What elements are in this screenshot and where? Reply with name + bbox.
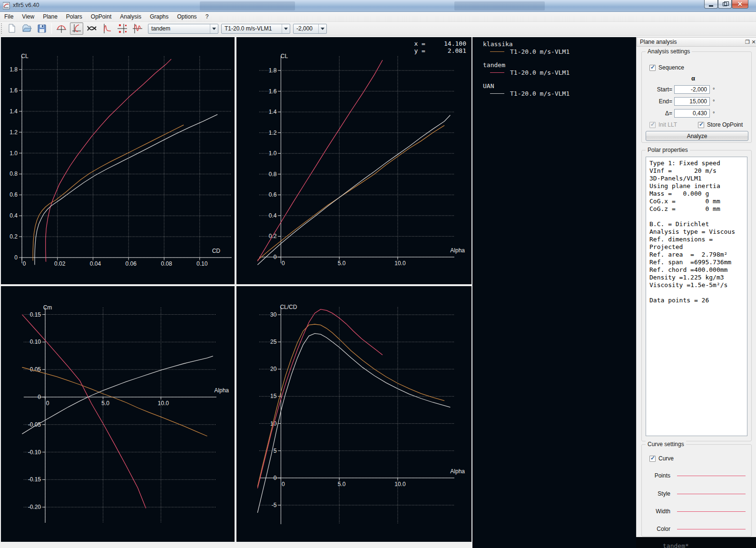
restore-icon [723, 2, 727, 6]
menu-item-options[interactable]: Options [173, 12, 201, 21]
svg-text:0.02: 0.02 [54, 260, 66, 267]
svg-text:-0.10: -0.10 [28, 449, 41, 456]
minimize-button[interactable] [704, 0, 718, 9]
polar-legend: klassikaT1-20.0 m/s-VLM1tandemT1-20.0 m/… [472, 37, 636, 548]
checkbox-checked-icon [698, 122, 704, 128]
line-width-picker[interactable] [677, 511, 746, 512]
svg-text:0: 0 [46, 400, 49, 407]
init-llt-checkbox: Init LLT [649, 121, 677, 128]
svg-text:1.4: 1.4 [10, 108, 18, 115]
graph-workspace: 00.20.40.60.81.01.21.41.61.800.020.040.0… [0, 36, 756, 548]
maximize-button[interactable] [718, 0, 732, 9]
chart-canvas: 00.20.40.60.81.01.21.41.61.800.020.040.0… [1, 37, 235, 284]
svg-text:0.08: 0.08 [161, 260, 172, 267]
svg-text:-0.15: -0.15 [28, 476, 41, 483]
chart-cl-vs-cd[interactable]: 00.20.40.60.81.01.21.41.61.800.020.040.0… [1, 37, 235, 284]
end-row: End= 15,000 ° [644, 97, 715, 106]
menu-item-graphs[interactable]: Graphs [146, 12, 173, 21]
direct-analysis-view-button[interactable] [100, 22, 114, 35]
new-file-button[interactable] [5, 22, 18, 35]
svg-text:CL: CL [21, 53, 29, 60]
close-button[interactable]: ✕ [732, 0, 748, 9]
oppoint-select-value: -2,000 [294, 25, 318, 32]
polar-properties-group: Polar properties Type 1: Fixed speed VIn… [641, 150, 752, 441]
open-file-button[interactable] [20, 22, 33, 35]
save-file-button[interactable] [35, 22, 49, 35]
polar-view-button[interactable] [70, 22, 83, 35]
oppoint-select-combo[interactable]: -2,000 [293, 24, 327, 34]
svg-text:0.8: 0.8 [10, 170, 18, 177]
inverse-design-view-button[interactable] [85, 22, 98, 35]
plane-select-combo[interactable]: tandem [148, 24, 218, 34]
menu-item-help[interactable]: ? [201, 12, 213, 21]
line-color-picker[interactable] [677, 529, 746, 529]
wing-design-view-icon [56, 23, 67, 34]
wing-design-view-button[interactable] [55, 22, 68, 35]
curve-checkbox[interactable]: Curve [649, 455, 674, 462]
checkbox-checked-icon [649, 65, 656, 71]
panel-header[interactable]: Plane analysis ❐ ✕ [637, 37, 756, 47]
svg-text:1.8: 1.8 [269, 67, 277, 74]
svg-text:0.15: 0.15 [30, 311, 41, 318]
menu-item-analysis[interactable]: Analysis [116, 12, 146, 21]
line-style-row: Style [646, 490, 746, 498]
svg-text:1.6: 1.6 [10, 87, 18, 94]
svg-text:1.2: 1.2 [269, 130, 277, 136]
svg-text:0.06: 0.06 [126, 260, 137, 267]
stability-view-button[interactable] [116, 22, 129, 35]
menu-item-oppoint[interactable]: OpPoint [87, 12, 116, 21]
titlebar: xflr5 v6.40 ✕ [0, 0, 756, 12]
open-file-icon [21, 23, 32, 34]
analyze-button[interactable]: Analyze [646, 131, 748, 141]
svg-text:1.8: 1.8 [10, 66, 18, 73]
float-panel-icon[interactable]: ❐ [744, 39, 751, 45]
menu-item-file[interactable]: File [0, 12, 18, 21]
svg-text:0: 0 [274, 254, 277, 260]
svg-text:10.0: 10.0 [158, 400, 169, 407]
polar-select-value: T1-20.0 m/s-VLM1 [222, 25, 282, 32]
svg-text:20: 20 [270, 366, 277, 372]
chart-canvas: 302520151050-505.010.0CL/CDAlpha [236, 286, 471, 542]
svg-text:Alpha: Alpha [214, 387, 229, 394]
polar-select-combo[interactable]: T1-20.0 m/s-VLM1 [221, 24, 290, 34]
sequence-checkbox[interactable]: Sequence [649, 64, 684, 71]
svg-text:0.6: 0.6 [269, 191, 277, 198]
svg-text:0.04: 0.04 [90, 260, 101, 267]
close-panel-icon[interactable]: ✕ [751, 39, 756, 45]
close-icon: ✕ [737, 0, 743, 8]
oppoint-view-button[interactable] [131, 22, 144, 35]
delta-row: Δ= 0,430 ° [644, 109, 715, 118]
menu-item-view[interactable]: View [18, 12, 39, 21]
legend-plane-name: UAN [483, 82, 636, 90]
legend-curve-swatch [490, 51, 504, 52]
chart-canvas: 00.20.40.60.81.01.21.41.61.805.010.0CLAl… [236, 37, 471, 284]
chart-cl-vs-alpha[interactable]: x = 14.100 y = 2.081 00.20.40.60.81.01.2… [236, 37, 471, 284]
chart-clcd-vs-alpha[interactable]: 302520151050-505.010.0CL/CDAlpha [236, 286, 471, 542]
svg-text:0: 0 [282, 260, 285, 267]
points-style-picker[interactable] [677, 476, 746, 476]
menu-item-polars[interactable]: Polars [62, 12, 87, 21]
menu-item-plane[interactable]: Plane [39, 12, 62, 21]
svg-text:-0.05: -0.05 [28, 421, 41, 428]
chevron-down-icon [318, 24, 326, 33]
svg-text:5.0: 5.0 [101, 400, 109, 407]
curve-klassika [22, 368, 207, 437]
start-field[interactable]: -2,000 [674, 85, 710, 94]
titlebar-glass-reflection [200, 1, 295, 10]
chart-cm-vs-alpha[interactable]: 0.150.100.050-0.05-0.10-0.15-0.2005.010.… [1, 286, 235, 542]
svg-text:CL: CL [281, 53, 288, 60]
svg-text:0: 0 [274, 475, 277, 481]
store-oppoint-checkbox[interactable]: Store OpPoint [698, 121, 743, 128]
polar-properties-box[interactable]: Type 1: Fixed speed VInf = 20 m/s 3D-Pan… [646, 157, 747, 436]
line-style-picker[interactable] [677, 494, 746, 494]
end-field[interactable]: 15,000 [674, 97, 710, 106]
svg-text:30: 30 [270, 311, 277, 318]
delta-field[interactable]: 0,430 [674, 109, 710, 118]
svg-text:Alpha: Alpha [450, 468, 465, 475]
plane-select-value: tandem [148, 25, 210, 32]
svg-text:Alpha: Alpha [450, 247, 465, 254]
chevron-down-icon [210, 24, 218, 33]
svg-text:0: 0 [38, 394, 41, 400]
stability-view-icon [117, 23, 128, 34]
minimize-icon [709, 5, 713, 7]
